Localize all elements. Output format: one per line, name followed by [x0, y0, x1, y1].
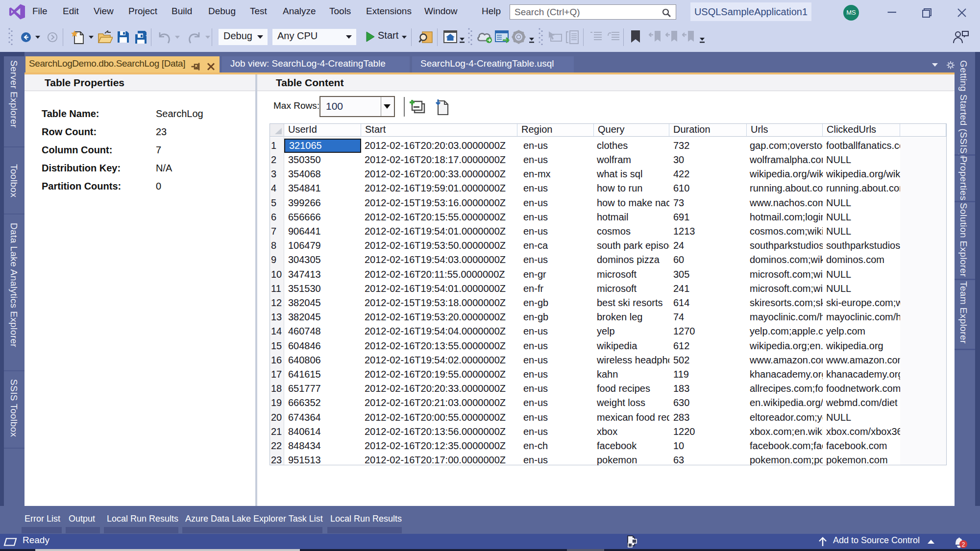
svg-text:2: 2: [962, 541, 965, 548]
